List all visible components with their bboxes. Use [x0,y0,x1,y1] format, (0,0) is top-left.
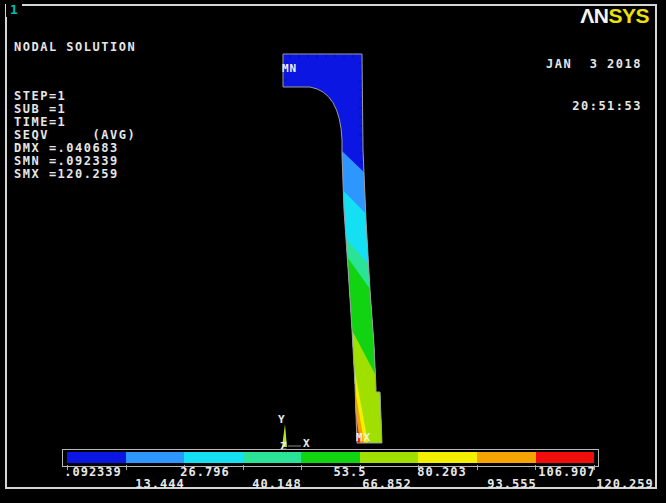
legend-value-label: 120.259 [596,477,654,491]
legend-color-segment [67,452,126,463]
legend-tick [301,465,302,470]
legend-value-label: 93.555 [487,477,536,491]
legend-value-label: 80.203 [417,465,466,479]
ansys-logo-white-part: ΛN [580,4,608,27]
legend-value-label: 66.852 [362,477,411,491]
legend-color-segment [360,452,419,463]
legend-color-segment [126,452,185,463]
legend-color-segment [301,452,360,463]
legend-color-segment [243,452,302,463]
ansys-logo-yellow-part: SYS [608,4,649,27]
legend-value-label: .092339 [64,465,122,479]
ansys-logo: ΛNSYS [580,4,649,28]
legend-tick [126,465,127,470]
legend-value-label: 26.796 [180,465,229,479]
ansys-graphics-window: 1 NODAL SOLUTION STEP=1SUB =1TIME=1SEQV … [0,0,666,503]
date-label: JAN 3 2018 [546,57,642,71]
legend-value-label: 106.907 [538,465,596,479]
y-axis-label: Y [278,413,286,426]
legend-color-bar [67,452,594,463]
timestamp-block: JAN 3 2018 20:51:53 [546,29,642,141]
legend-tick [535,465,536,470]
legend-value-label: 40.148 [252,477,301,491]
max-stress-marker: MX [356,431,371,444]
solution-title: NODAL SOLUTION [14,41,136,54]
legend-tick [243,465,244,470]
min-stress-marker: MN [282,62,297,75]
legend-tick [477,465,478,470]
window-number-label: 1 [6,2,22,17]
solution-lines: STEP=1SUB =1TIME=1SEQV (AVG)DMX =.040683… [14,90,136,181]
legend-color-segment [184,452,243,463]
time-label: 20:51:53 [546,99,642,113]
solution-info-line: SMX =120.259 [14,168,136,181]
coordinate-triad: Y X Z [278,413,311,453]
solution-info-block: NODAL SOLUTION STEP=1SUB =1TIME=1SEQV (A… [14,15,136,207]
legend-value-label: 13.444 [135,477,184,491]
legend-color-segment [418,452,477,463]
legend-color-segment [477,452,536,463]
legend-color-segment [536,452,595,463]
